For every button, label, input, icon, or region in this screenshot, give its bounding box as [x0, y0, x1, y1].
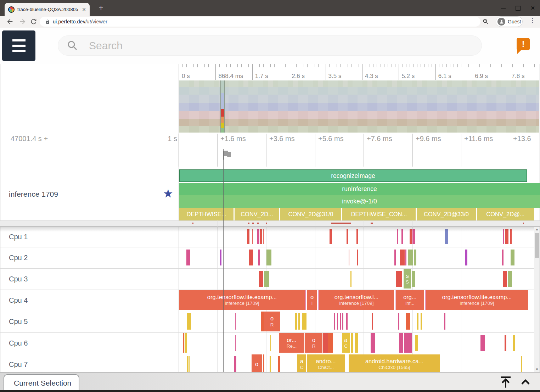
slice[interactable]: [404, 333, 412, 353]
slice[interactable]: [270, 335, 271, 351]
slice[interactable]: [189, 356, 190, 372]
slice[interactable]: [235, 313, 236, 330]
slice[interactable]: [480, 335, 485, 351]
feedback-icon[interactable]: !: [517, 38, 530, 50]
slice[interactable]: o: [252, 354, 262, 374]
slice[interactable]: [425, 290, 426, 310]
cpu-track-label[interactable]: Cpu 2: [9, 247, 28, 268]
slice[interactable]: [342, 313, 343, 330]
slice[interactable]: [400, 250, 405, 265]
conv-slice[interactable]: DEPTHWISE...: [179, 208, 234, 220]
search-bar[interactable]: [58, 35, 482, 56]
slice[interactable]: [186, 250, 190, 265]
profile-button[interactable]: Guest: [496, 16, 523, 27]
slice[interactable]: [302, 313, 306, 330]
slice[interactable]: [278, 356, 280, 372]
slice[interactable]: [259, 271, 263, 287]
slice[interactable]: [408, 250, 413, 265]
slice[interactable]: andro...ChiCt...: [307, 354, 345, 374]
slice[interactable]: [264, 271, 269, 287]
slice[interactable]: [350, 271, 351, 287]
slice[interactable]: [328, 333, 333, 353]
slice[interactable]: or...Re...: [279, 333, 304, 353]
slice[interactable]: [395, 290, 395, 310]
conv-slice[interactable]: CONV_2D@...: [477, 208, 534, 220]
scroll-up-icon[interactable]: ▲: [534, 227, 540, 232]
slice[interactable]: [521, 356, 522, 372]
forward-icon[interactable]: [19, 18, 27, 26]
cpu-track-label[interactable]: Cpu 3: [9, 268, 28, 290]
pinned-track-name[interactable]: inference 1709: [9, 190, 58, 198]
conv-slice[interactable]: CONV_2D@33/0: [417, 208, 476, 220]
slice[interactable]: org.tensorflow.l...inference [1709]: [319, 290, 394, 310]
collapse-panel-icon[interactable]: [518, 375, 533, 390]
slice[interactable]: [396, 271, 402, 287]
slice[interactable]: [318, 290, 319, 310]
slice[interactable]: [351, 333, 353, 353]
search-input[interactable]: [88, 39, 458, 52]
slice[interactable]: [405, 250, 406, 265]
slice[interactable]: [235, 335, 236, 351]
scrollbar-thumb[interactable]: [535, 233, 539, 258]
slice[interactable]: [502, 250, 504, 265]
slice[interactable]: [398, 313, 399, 330]
slice[interactable]: aC: [342, 333, 350, 353]
slice[interactable]: [355, 333, 358, 353]
page-zoom-icon[interactable]: [482, 18, 489, 25]
scroll-down-icon[interactable]: ▼: [534, 367, 540, 372]
new-tab-button[interactable]: +: [96, 4, 106, 13]
pinned-slice[interactable]: invoke@-1/0: [179, 195, 540, 208]
conv-slice[interactable]: CONV_2D...: [235, 208, 279, 220]
slice[interactable]: [513, 335, 515, 351]
slice[interactable]: [357, 250, 358, 265]
slice[interactable]: [220, 250, 221, 265]
slice[interactable]: org.tensorflow.lite.examp...inference [1…: [179, 290, 305, 310]
conv-slice[interactable]: CONV_2D@31/0: [280, 208, 341, 220]
slice[interactable]: org.tensorflow.lite.examp...inference [1…: [426, 290, 528, 310]
cpu-track-label[interactable]: Cpu 7: [9, 354, 28, 375]
slice[interactable]: [249, 250, 253, 265]
hamburger-menu-icon[interactable]: [2, 30, 35, 61]
star-icon[interactable]: ★: [163, 188, 173, 199]
browser-tab[interactable]: trace-blueline-QQ3A.200805 ✕: [5, 3, 90, 16]
slice[interactable]: [187, 356, 188, 372]
cpu-track-label[interactable]: Cpu 6: [9, 332, 28, 354]
cpu-track-label[interactable]: Cpu 4: [9, 290, 28, 311]
slice[interactable]: oR: [305, 333, 322, 353]
back-icon[interactable]: [6, 18, 14, 26]
slice[interactable]: [421, 313, 422, 330]
slice[interactable]: [511, 250, 514, 265]
slice[interactable]: [503, 271, 507, 287]
flag-icon[interactable]: [220, 149, 233, 161]
slice[interactable]: [346, 313, 348, 330]
slice[interactable]: [340, 313, 341, 330]
minimap-viewport[interactable]: [220, 80, 225, 133]
slice[interactable]: [337, 313, 338, 330]
slice[interactable]: [183, 333, 184, 353]
slice[interactable]: sS: [404, 269, 411, 289]
slice[interactable]: oi: [307, 290, 317, 310]
slice[interactable]: [305, 290, 306, 310]
browser-menu-icon[interactable]: ⋮: [529, 17, 534, 23]
scroll-to-top-icon[interactable]: [498, 375, 513, 390]
slice[interactable]: [444, 313, 445, 330]
slice[interactable]: [372, 313, 373, 330]
slice[interactable]: [334, 313, 335, 330]
reload-icon[interactable]: [30, 18, 38, 26]
pinned-slice[interactable]: recognizeImage: [179, 169, 527, 182]
close-icon[interactable]: ✕: [530, 5, 535, 11]
slice[interactable]: [371, 333, 375, 353]
slice[interactable]: [349, 250, 349, 265]
slice[interactable]: [417, 313, 418, 330]
slice[interactable]: aC: [297, 354, 306, 374]
slice[interactable]: [505, 335, 506, 351]
slice[interactable]: [394, 250, 396, 265]
slice[interactable]: [295, 313, 297, 330]
slice[interactable]: [261, 312, 264, 331]
current-selection-tab[interactable]: Current Selection: [4, 374, 79, 392]
slice[interactable]: [406, 313, 410, 330]
url-bar[interactable]: ui.perfetto.dev/#!/viewer: [40, 17, 480, 27]
slice[interactable]: [508, 271, 512, 287]
slice[interactable]: [185, 333, 187, 353]
vertical-scrollbar[interactable]: ▲ ▼: [534, 227, 540, 372]
